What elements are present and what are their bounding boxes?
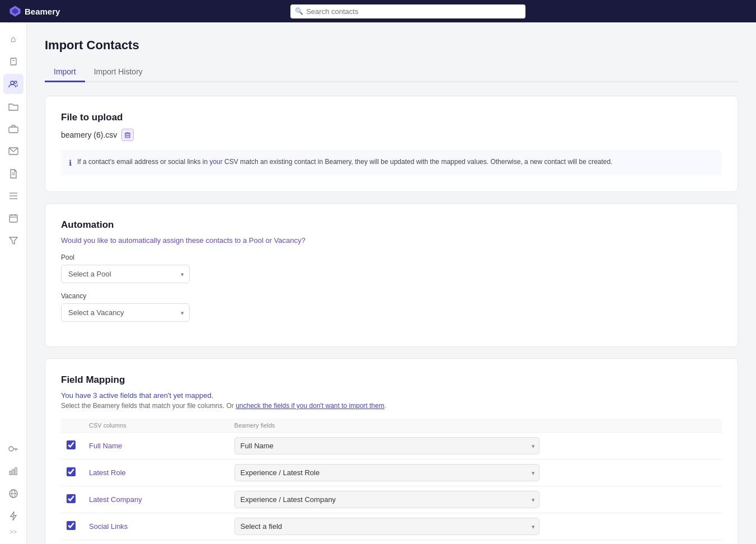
field-mapping-card: Field Mapping You have 3 active fields t… bbox=[45, 358, 738, 544]
field-row-checkbox-latest-role[interactable] bbox=[67, 467, 76, 476]
tab-import[interactable]: Import bbox=[45, 63, 85, 82]
vacancy-select[interactable]: Select a Vacancy bbox=[61, 303, 190, 322]
col-checkbox-header bbox=[61, 419, 83, 433]
csv-col-label-full-name: Full Name bbox=[89, 442, 122, 450]
table-row: Latest Company Experience / Latest Compa… bbox=[61, 486, 722, 513]
table-row: Emails Emails ▾ Multiple values ? bbox=[61, 540, 722, 545]
svg-rect-22 bbox=[10, 471, 11, 475]
sidebar-item-lightning[interactable] bbox=[3, 506, 24, 526]
uncheck-fields-link[interactable]: uncheck the fields if you don't want to … bbox=[236, 402, 384, 410]
svg-rect-6 bbox=[9, 127, 18, 133]
beamery-select-wrap-full-name: Full Name ▾ bbox=[234, 437, 540, 454]
svg-point-4 bbox=[11, 81, 14, 85]
beamery-select-latest-company[interactable]: Experience / Latest Company bbox=[234, 491, 540, 508]
sidebar: ⌂ >> bbox=[0, 22, 27, 544]
main-content: Import Contacts Import Import History Fi… bbox=[27, 22, 756, 544]
sidebar-item-document[interactable] bbox=[3, 163, 24, 184]
beamery-select-latest-role[interactable]: Experience / Latest Role bbox=[234, 464, 540, 481]
mapping-hint: Select the Beamery fields that match you… bbox=[61, 402, 722, 410]
sidebar-item-analytics[interactable] bbox=[3, 461, 24, 481]
col-extra-header bbox=[545, 419, 722, 433]
table-row: Latest Role Experience / Latest Role ▾ bbox=[61, 459, 722, 486]
sidebar-item-globe[interactable] bbox=[3, 484, 24, 504]
search-bar[interactable]: 🔍 bbox=[290, 4, 525, 18]
col-csv-header: CSV columns bbox=[83, 419, 229, 433]
sidebar-item-home[interactable]: ⌂ bbox=[3, 29, 24, 49]
sidebar-item-briefcase[interactable] bbox=[3, 119, 24, 139]
delete-file-button[interactable] bbox=[121, 129, 134, 141]
col-beamery-header: Beamery fields bbox=[229, 419, 546, 433]
file-name-display: beamery (6).csv bbox=[61, 129, 722, 141]
sidebar-item-calendar[interactable] bbox=[3, 208, 24, 228]
file-upload-title: File to upload bbox=[61, 112, 722, 123]
file-upload-card: File to upload beamery (6).csv ℹ If a co… bbox=[45, 96, 738, 192]
vacancy-select-wrap: Select a Vacancy ▾ bbox=[61, 303, 190, 322]
svg-rect-2 bbox=[11, 58, 16, 65]
field-row-checkbox-social-links[interactable] bbox=[67, 521, 76, 530]
pool-label: Pool bbox=[61, 254, 722, 261]
table-row: Social Links Select a field ▾ bbox=[61, 513, 722, 540]
logo: Beamery bbox=[9, 5, 60, 17]
svg-point-5 bbox=[14, 81, 16, 83]
pool-select[interactable]: Select a Pool bbox=[61, 265, 190, 283]
svg-rect-23 bbox=[12, 470, 14, 475]
info-text: If a contact's email address or social l… bbox=[77, 157, 613, 167]
sidebar-item-bookmark[interactable] bbox=[3, 51, 24, 72]
csv-col-label-latest-company: Latest Company bbox=[89, 495, 142, 504]
info-box: ℹ If a contact's email address or social… bbox=[61, 150, 722, 176]
sidebar-expand-button[interactable]: >> bbox=[10, 528, 17, 535]
beamery-select-social-links[interactable]: Select a field bbox=[234, 518, 540, 535]
csv-col-label-social-links: Social Links bbox=[89, 522, 128, 531]
pool-select-wrap: Select a Pool ▾ bbox=[61, 265, 190, 283]
sidebar-item-mail[interactable] bbox=[3, 141, 24, 161]
svg-rect-13 bbox=[10, 215, 17, 222]
automation-description: Would you like to automatically assign t… bbox=[61, 236, 722, 245]
beamery-select-wrap-latest-role: Experience / Latest Role ▾ bbox=[234, 464, 540, 481]
info-icon: ℹ bbox=[69, 157, 72, 169]
search-icon: 🔍 bbox=[295, 7, 303, 15]
field-mapping-title: Field Mapping bbox=[61, 374, 722, 386]
tabs-container: Import Import History bbox=[45, 63, 738, 82]
beamery-select-wrap-latest-company: Experience / Latest Company ▾ bbox=[234, 491, 540, 508]
active-fields-text: You have 3 active fields that aren't yet… bbox=[61, 391, 722, 400]
search-input[interactable] bbox=[290, 4, 525, 18]
sidebar-item-folders[interactable] bbox=[3, 96, 24, 116]
vacancy-label: Vacancy bbox=[61, 292, 722, 300]
sidebar-item-key[interactable] bbox=[3, 439, 24, 459]
sidebar-item-filter[interactable] bbox=[3, 231, 24, 251]
sidebar-item-list[interactable] bbox=[3, 186, 24, 206]
svg-marker-17 bbox=[10, 237, 17, 244]
beamery-select-full-name[interactable]: Full Name bbox=[234, 437, 540, 454]
page-title: Import Contacts bbox=[45, 38, 738, 53]
sidebar-item-contacts[interactable] bbox=[3, 74, 24, 94]
table-row: Full Name Full Name ▾ bbox=[61, 433, 722, 459]
tab-import-history[interactable]: Import History bbox=[85, 63, 152, 82]
top-navigation: Beamery 🔍 bbox=[0, 0, 756, 22]
field-row-checkbox-latest-company[interactable] bbox=[67, 494, 76, 503]
csv-col-label-latest-role: Latest Role bbox=[89, 468, 126, 477]
automation-card: Automation Would you like to automatical… bbox=[45, 203, 738, 347]
beamery-select-wrap-social-links: Select a field ▾ bbox=[234, 518, 540, 535]
svg-rect-24 bbox=[15, 468, 17, 475]
automation-title: Automation bbox=[61, 219, 722, 231]
field-mapping-table: CSV columns Beamery fields Full Name Ful… bbox=[61, 419, 722, 544]
svg-point-18 bbox=[9, 447, 13, 451]
field-row-checkbox-full-name[interactable] bbox=[67, 440, 76, 449]
